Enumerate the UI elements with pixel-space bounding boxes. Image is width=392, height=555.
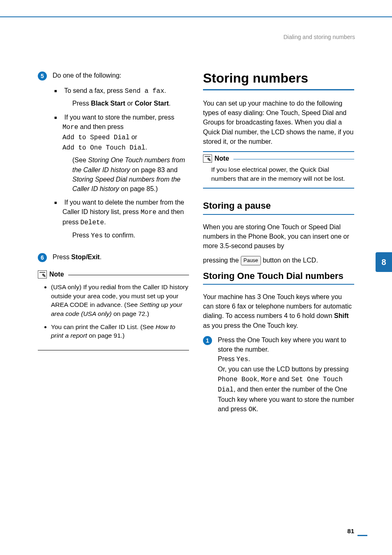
right-column: Storing numbers You can set up your mach… [203, 71, 354, 415]
pause-para-2: pressing the Pause button on the LCD. [203, 256, 354, 265]
bold-stop-exit: Stop/Exit [71, 253, 99, 260]
t: If you want to store the number, press [64, 114, 174, 121]
mono-add-speed-dial: Add to Speed Dial [62, 134, 129, 141]
t: on page 91.) [87, 332, 125, 339]
mono-more-3: More [261, 376, 277, 383]
mono-add-one-touch: Add to One Touch Dial [62, 144, 145, 152]
t: to confirm. [103, 232, 135, 239]
t: . [145, 144, 147, 151]
t: button on the LCD. [261, 257, 318, 264]
chapter-tab: 8 [376, 252, 392, 272]
t: , [257, 375, 261, 382]
note-box-right: Note If you lose electrical power, the Q… [203, 151, 354, 189]
t: . [100, 253, 101, 260]
t: . [169, 100, 171, 107]
heading-one-touch: Storing One Touch Dial numbers [203, 270, 354, 282]
t: To send a fax, press [64, 87, 125, 94]
t: You can print the Caller ID List. (See [51, 323, 155, 330]
step-1-right: 1 Press the One Touch key where you want… [203, 335, 354, 415]
running-header: Dialing and storing numbers [284, 34, 355, 40]
step-6: 6 Press Stop/Exit. [38, 252, 189, 262]
step-5-lead: Do one of the following: [53, 72, 121, 79]
note-body-right: If you lose electrical power, the Quick … [203, 163, 354, 183]
pause-para-1: When you are storing One Touch or Speed … [203, 222, 354, 251]
intro-para: You can set up your machine to do the fo… [203, 99, 354, 146]
note-title: Note [49, 271, 64, 278]
t: on page 83 and [130, 166, 178, 173]
step-5-body: Do one of the following: To send a fax, … [53, 71, 189, 245]
bold-color-start: Color Start [135, 100, 169, 107]
h1-rule [203, 89, 354, 90]
note-head-rule [68, 275, 189, 275]
bold-shift: Shift [334, 312, 349, 319]
step-1-body: Press the One Touch key where you want t… [218, 335, 354, 415]
page-content: 5 Do one of the following: To send a fax… [0, 17, 392, 415]
step-5: 5 Do one of the following: To send a fax… [38, 71, 189, 245]
bullet-delete-number-sub: Press Yes to confirm. [72, 230, 189, 241]
note-block-left: Note (USA only) If you redial from the C… [38, 270, 189, 350]
pause-button-graphic: Pause [241, 256, 261, 265]
t: or [125, 100, 135, 107]
h2-rule-1 [203, 214, 354, 215]
note-icon [38, 270, 47, 279]
t: . [164, 87, 166, 94]
t: Press [72, 232, 91, 239]
one-touch-intro: Your machine has 3 One Touch keys where … [203, 292, 354, 330]
note-icon [203, 154, 212, 163]
t: (See [72, 157, 88, 164]
mono-more-2: More [141, 209, 156, 216]
mono-yes: Yes [91, 232, 103, 240]
bullet-delete-number: If you want to delete the number from th… [62, 198, 189, 228]
heading-storing-pause: Storing a pause [203, 200, 354, 212]
t: Press [53, 253, 71, 260]
mono-ok: OK [249, 406, 256, 413]
left-column: 5 Do one of the following: To send a fax… [38, 71, 189, 415]
t: as you press the One Touch key. [203, 322, 298, 329]
t: , and then enter the number of the One T… [218, 386, 354, 412]
t: or [129, 134, 137, 140]
t: . [256, 405, 258, 412]
note-head-rule [233, 159, 354, 159]
top-accent-bar [0, 0, 392, 17]
bullet-store-number-sub: (See Storing One Touch numbers from the … [72, 155, 189, 193]
mono-yes-2: Yes [236, 356, 248, 363]
note-title: Note [214, 155, 229, 162]
t: and [277, 375, 291, 382]
mono-phone-book: Phone Book [218, 376, 257, 383]
note-item-area-code: (USA only) If you redial from the Caller… [51, 283, 189, 318]
mono-send-a-fax: Send a fax [125, 88, 164, 95]
note-item-print-list: You can print the Caller ID List. (See H… [51, 322, 189, 340]
footer-accent [357, 527, 367, 536]
t: Your machine has 3 One Touch keys where … [203, 293, 352, 319]
step-badge-5: 5 [38, 71, 47, 81]
bullet-send-fax: To send a fax, press Send a fax. [62, 86, 189, 96]
t: on page 72.) [112, 310, 149, 317]
heading-storing-numbers: Storing numbers [203, 71, 354, 86]
t: pressing the [203, 257, 241, 264]
step-6-body: Press Stop/Exit. [53, 252, 189, 262]
t: . [248, 355, 250, 362]
t: Or, you can use the LCD buttons by press… [218, 366, 348, 373]
step-badge-6: 6 [38, 253, 47, 262]
bullet-store-number: If you want to store the number, press M… [62, 113, 189, 153]
step1-line3: Or, you can use the LCD buttons by press… [218, 364, 354, 415]
step-badge-1: 1 [203, 336, 212, 345]
page-number: 81 [347, 527, 354, 534]
mono-delete: Delete [81, 219, 104, 226]
step1-line2: Press Yes. [218, 354, 354, 364]
h2-rule-2 [203, 284, 354, 285]
t: . [104, 219, 106, 226]
t: on page 85.) [119, 185, 158, 192]
t: Press [72, 100, 91, 107]
t: and then press [78, 123, 123, 130]
bullet-send-fax-sub: Press Black Start or Color Start. [72, 99, 189, 108]
mono-more: More [62, 124, 78, 131]
bold-black-start: Black Start [91, 100, 125, 107]
t: Press [218, 355, 236, 362]
step1-line1: Press the One Touch key where you want t… [218, 335, 354, 354]
